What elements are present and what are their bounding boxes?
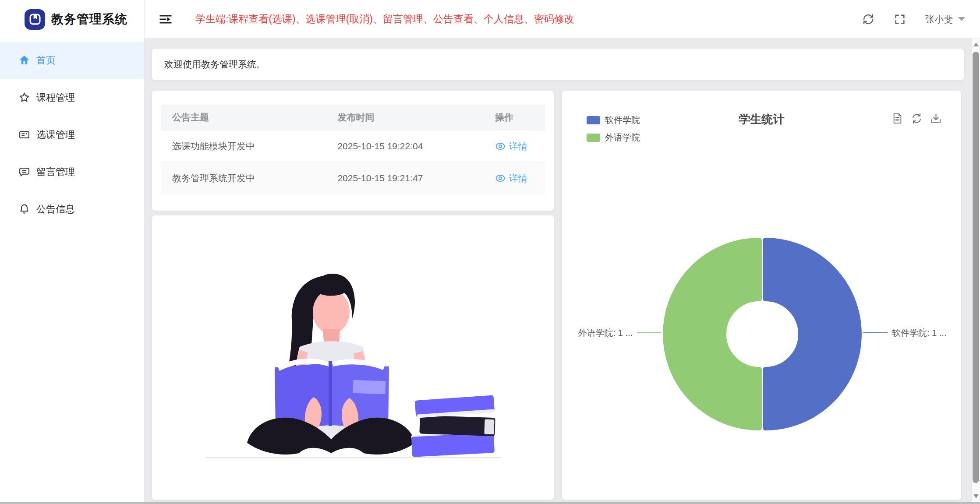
column-header-action: 操作 <box>495 105 545 130</box>
illustration-card <box>152 215 554 500</box>
fold-icon[interactable] <box>159 14 173 25</box>
welcome-text: 欢迎使用教务管理系统。 <box>164 59 265 69</box>
sidebar-menu: 首页 课程管理 选课管理 留言管理 <box>0 39 144 228</box>
pie-slice-software[interactable] <box>765 240 859 428</box>
woman-reading <box>247 274 415 455</box>
message-icon <box>18 166 30 178</box>
home-icon <box>18 54 30 66</box>
student-stats-card: 学生统计 软件学院 外语学院 <box>562 91 961 500</box>
header: 学生端:课程查看(选课)、选课管理(取消)、留言管理、公告查看、个人信息、密码修… <box>145 0 980 39</box>
table-row: 教务管理系统开发中 2025-10-15 19:21:47 详情 <box>161 162 545 194</box>
announcements-card: 公告主题 发布时间 操作 选课功能模块开发中 2025-10-15 19:22:… <box>152 91 554 211</box>
cell-time: 2025-10-15 19:21:47 <box>337 162 495 194</box>
detail-label: 详情 <box>509 172 527 184</box>
logo-row: 教务管理系统 <box>0 0 144 39</box>
sidebar-item-label: 公告信息 <box>36 203 75 216</box>
sidebar-item-home[interactable]: 首页 <box>0 42 144 79</box>
announcements-table: 公告主题 发布时间 操作 选课功能模块开发中 2025-10-15 19:22:… <box>161 105 545 194</box>
postcard-icon <box>18 129 30 141</box>
sidebar-item-messages[interactable]: 留言管理 <box>0 153 144 190</box>
cell-time: 2025-10-15 19:22:04 <box>337 130 495 162</box>
sidebar: 教务管理系统 首页 课程管理 选课管理 <box>0 0 145 504</box>
column-header-time: 发布时间 <box>337 105 495 130</box>
table-row: 选课功能模块开发中 2025-10-15 19:22:04 详情 <box>161 130 545 162</box>
sidebar-item-label: 首页 <box>36 54 56 67</box>
sidebar-item-course-selection[interactable]: 选课管理 <box>0 116 144 153</box>
refresh-icon[interactable] <box>862 13 874 25</box>
donut-chart: 外语学院: 1 ... 软件学院: 1 ... <box>562 91 961 500</box>
app-title: 教务管理系统 <box>51 11 127 28</box>
pie-slice-foreign[interactable] <box>665 240 759 428</box>
scrollbar-thumb[interactable] <box>973 52 979 483</box>
pie-label-left: 外语学院: 1 ... <box>578 328 633 338</box>
window-bottom-edge <box>0 502 980 504</box>
main-area: 学生端:课程查看(选课)、选课管理(取消)、留言管理、公告查看、个人信息、密码修… <box>145 0 980 504</box>
sidebar-item-announcements[interactable]: 公告信息 <box>0 190 144 228</box>
bell-icon <box>18 203 30 215</box>
detail-link[interactable]: 详情 <box>495 140 527 152</box>
books-stack <box>411 395 495 457</box>
scroll-up-icon[interactable] <box>973 42 979 46</box>
star-icon <box>18 92 30 103</box>
cell-subject: 教务管理系统开发中 <box>161 162 337 194</box>
sidebar-item-label: 课程管理 <box>36 91 75 104</box>
header-note: 学生端:课程查看(选课)、选课管理(取消)、留言管理、公告查看、个人信息、密码修… <box>195 12 574 26</box>
sidebar-item-label: 选课管理 <box>36 128 75 141</box>
column-header-subject: 公告主题 <box>161 105 337 130</box>
user-dropdown[interactable]: 张小斐 <box>925 13 965 25</box>
eye-icon <box>495 174 506 182</box>
cell-subject: 选课功能模块开发中 <box>161 130 337 162</box>
header-right: 张小斐 <box>843 13 965 25</box>
reading-illustration <box>182 235 524 480</box>
pie-label-right: 软件学院: 1 ... <box>892 328 946 338</box>
content: 欢迎使用教务管理系统。 公告主题 发布时间 操作 <box>145 39 980 504</box>
sidebar-item-courses[interactable]: 课程管理 <box>0 79 144 116</box>
fullscreen-icon[interactable] <box>894 13 906 25</box>
app-window: 教务管理系统 首页 课程管理 选课管理 <box>0 0 980 504</box>
eye-icon <box>495 142 506 150</box>
detail-link[interactable]: 详情 <box>495 172 527 184</box>
detail-label: 详情 <box>509 140 527 152</box>
left-column: 公告主题 发布时间 操作 选课功能模块开发中 2025-10-15 19:22:… <box>152 91 554 500</box>
scroll-down-icon[interactable] <box>973 494 979 498</box>
sidebar-item-label: 留言管理 <box>36 166 75 179</box>
vertical-scrollbar[interactable] <box>971 39 980 502</box>
welcome-card: 欢迎使用教务管理系统。 <box>152 49 964 80</box>
caret-down-icon <box>958 17 965 21</box>
user-name: 张小斐 <box>925 13 953 25</box>
app-logo-icon <box>25 9 45 30</box>
columns: 公告主题 发布时间 操作 选课功能模块开发中 2025-10-15 19:22:… <box>152 91 964 500</box>
